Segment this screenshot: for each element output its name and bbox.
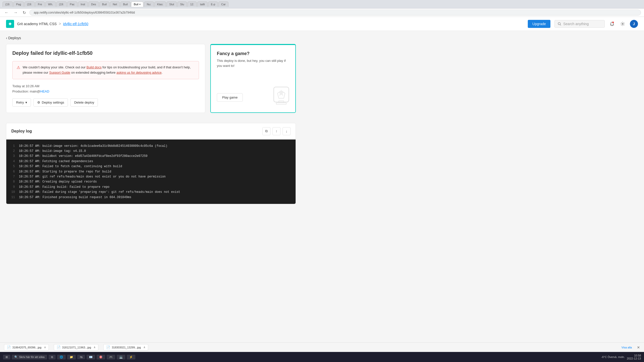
download-item-1[interactable]: 📄 318642075_69396...jpg ∧: [4, 344, 49, 350]
download-chevron-1[interactable]: ∧: [44, 346, 46, 349]
browser-tab[interactable]: 12:: [187, 2, 197, 7]
delete-deploy-button[interactable]: Delete deploy: [70, 98, 98, 107]
log-line: 610:26:57 AM: Starting to prepare the re…: [6, 169, 296, 174]
taskbar-app1[interactable]: 📧: [87, 355, 95, 359]
copy-log-button[interactable]: ⧉: [262, 127, 270, 135]
browser-tab[interactable]: Inst: [78, 2, 88, 7]
user-avatar[interactable]: J: [630, 20, 638, 28]
error-box: ⚠ We couldn't deploy your site. Check ou…: [12, 61, 199, 79]
browser-tab[interactable]: Wh.: [45, 2, 56, 7]
retry-button[interactable]: Retry ▾: [12, 98, 31, 107]
log-line-text: 10:26:57 AM: build-image version: 4c0c1c…: [19, 144, 296, 149]
taskbar-app2[interactable]: 🎯: [97, 355, 105, 359]
close-download-bar-button[interactable]: ✕: [637, 345, 640, 349]
bell-icon: [610, 22, 614, 26]
log-line: 1110:26:57 AM: Finished processing build…: [6, 195, 296, 200]
taskbar-left: ⊞ 🔍 Skriv här för att söka ⧉ 🌐 📁 🛍 📧 🎯 🎮…: [3, 355, 135, 359]
back-button[interactable]: ←: [3, 10, 10, 15]
log-line-text: 10:26:57 AM: Finished processing build r…: [19, 195, 296, 200]
browser-tab[interactable]: Klas:: [154, 2, 166, 7]
taskbar-search[interactable]: 🔍 Skriv här för att söka: [12, 355, 47, 359]
play-game-button[interactable]: Play game: [217, 93, 243, 102]
support-guide-link[interactable]: Support Guide: [49, 71, 70, 74]
browser-tab[interactable]: Slu: [177, 2, 187, 7]
back-to-deploys-link[interactable]: ‹ Deploys: [6, 36, 296, 40]
build-docs-link[interactable]: Build docs: [87, 65, 102, 69]
browser-tab[interactable]: (19:: [3, 2, 13, 7]
retry-label: Retry: [16, 101, 24, 104]
log-line-number: 2: [6, 149, 19, 154]
log-line-text: 10:26:57 AM: buildbot version: e6d57a43d…: [19, 154, 296, 159]
browser-tab[interactable]: Des: [88, 2, 99, 7]
taskbar-store[interactable]: 🛍: [77, 355, 85, 359]
address-url: app.netlify.com/sites/idyllic-elf-1cfb50…: [34, 11, 135, 14]
browser-tab[interactable]: Slut: [167, 2, 177, 7]
download-file-icon-2: 📄: [57, 345, 61, 349]
taskbar-app4[interactable]: 💻: [117, 355, 125, 359]
taskbar-task-view[interactable]: ⧉: [49, 355, 56, 359]
gear-icon: [620, 22, 625, 26]
taskbar-explorer[interactable]: 📁: [67, 355, 76, 359]
upgrade-button[interactable]: Upgrade: [528, 20, 550, 28]
breadcrumb-deploy-link[interactable]: idyllic-elf-1cfb50: [63, 22, 88, 26]
deploy-production: Production: main@HEAD: [12, 89, 199, 93]
show-all-downloads-link[interactable]: Visa alla: [622, 346, 632, 349]
browser-tab[interactable]: (19:: [24, 2, 35, 7]
taskbar-app5[interactable]: ⚡: [127, 355, 135, 359]
taskbar-app3[interactable]: 🎮: [107, 355, 115, 359]
asking-link[interactable]: asking us for debugging advice: [116, 71, 162, 74]
header-left: Grit academy HTML CSS > idyllic-elf-1cfb…: [6, 20, 88, 28]
log-body: 110:26:57 AM: build-image version: 4c0c1…: [6, 140, 296, 204]
head-link[interactable]: HEAD: [40, 89, 49, 93]
breadcrumb-site-link[interactable]: Grit academy HTML CSS: [17, 22, 57, 26]
download-item-2[interactable]: 📄 318121071_11963...jpg ∧: [54, 344, 99, 350]
download-chevron-2[interactable]: ∧: [94, 346, 96, 349]
browser-tab[interactable]: Buil: [120, 2, 130, 7]
browser-tab[interactable]: Net: [110, 2, 120, 7]
log-line: 110:26:57 AM: build-image version: 4c0c1…: [6, 144, 296, 149]
taskbar-edge[interactable]: 🌐: [57, 355, 66, 359]
browser-tab[interactable]: Fre: [35, 2, 45, 7]
refresh-button[interactable]: ↻: [21, 10, 27, 16]
log-line-number: 8: [6, 179, 19, 184]
scroll-down-button[interactable]: ↓: [283, 127, 291, 135]
breadcrumb: Grit academy HTML CSS > idyllic-elf-1cfb…: [17, 22, 88, 26]
download-bar: 📄 318642075_69396...jpg ∧ 📄 318121071_11…: [0, 342, 644, 352]
search-bar[interactable]: Search anything: [554, 20, 605, 28]
browser-tab[interactable]: Car: [218, 2, 228, 7]
scroll-up-button[interactable]: ↑: [272, 127, 280, 135]
browser-tab[interactable]: tailli: [197, 2, 208, 7]
log-line-text: 10:26:57 AM: Failed to fetch cache, cont…: [19, 164, 296, 169]
browser-tab[interactable]: Pac: [67, 2, 77, 7]
main-grid: Deploy failed for idyllic-elf-1cfb50 ⚠ W…: [6, 44, 296, 204]
taskbar-start-button[interactable]: ⊞: [3, 355, 10, 359]
deploy-settings-button[interactable]: ⚙ Deploy settings: [33, 98, 68, 107]
settings-gear-icon: ⚙: [37, 101, 40, 104]
browser-tab[interactable]: E-p: [208, 2, 218, 7]
breadcrumb-separator: >: [59, 22, 61, 26]
taskbar-clock: 10:58 2022-12-13: [627, 354, 641, 360]
deploy-settings-label: Deploy settings: [42, 101, 64, 104]
browser-tab-active[interactable]: Buil ×: [131, 2, 144, 7]
browser-tab[interactable]: Pag: [13, 2, 24, 7]
svg-point-1: [558, 22, 560, 25]
taskbar-right: -6°C Övervä. moln. 10:58 2022-12-13: [601, 354, 641, 360]
log-line-number: 9: [6, 185, 19, 190]
settings-header-button[interactable]: [619, 21, 626, 27]
browser-tab[interactable]: Buil: [99, 2, 109, 7]
forward-button[interactable]: →: [12, 10, 19, 15]
download-chevron-3[interactable]: ∧: [143, 346, 145, 349]
download-item-3[interactable]: 📄 318303021_13299...jpg ∧: [103, 344, 148, 350]
download-filename-2: 318121071_11963...jpg: [62, 346, 91, 349]
browser-tab[interactable]: (19:: [56, 2, 67, 7]
svg-line-2: [560, 24, 561, 25]
browser-tab[interactable]: Nu:: [144, 2, 154, 7]
notifications-button[interactable]: [609, 21, 615, 27]
address-bar[interactable]: app.netlify.com/sites/idyllic-elf-1cfb50…: [29, 10, 641, 16]
log-line-text: 10:26:57 AM: Creating deploy upload reco…: [19, 179, 296, 184]
log-line: 510:26:57 AM: Failed to fetch cache, con…: [6, 164, 296, 169]
log-line: 910:26:57 AM: Failing build: Failed to p…: [6, 185, 296, 190]
svg-point-3: [612, 25, 613, 26]
deploy-panel: Deploy failed for idyllic-elf-1cfb50 ⚠ W…: [6, 44, 205, 113]
error-icon: ⚠: [17, 65, 20, 70]
